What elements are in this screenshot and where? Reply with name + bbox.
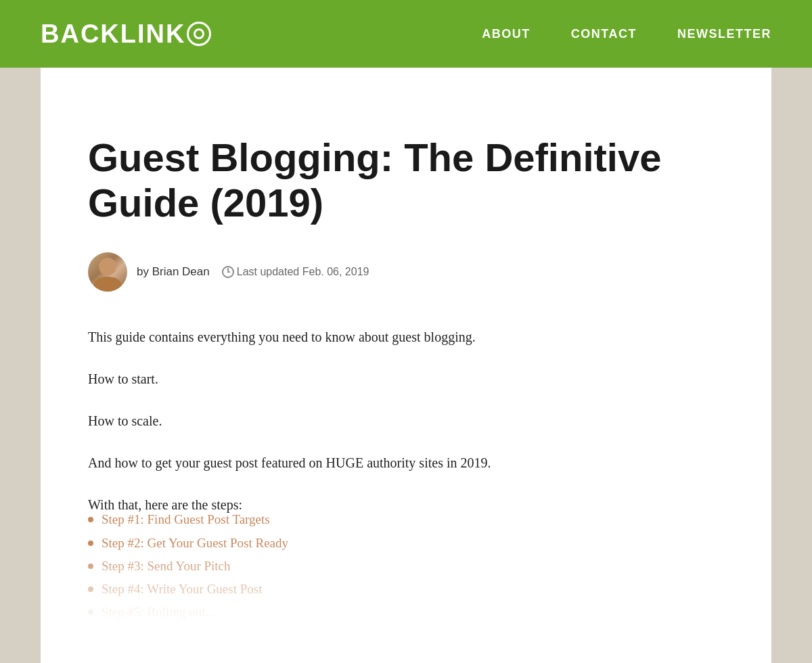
bullet-icon bbox=[88, 517, 93, 522]
steps-list: Step #1: Find Guest Post Targets Step #2… bbox=[88, 508, 724, 624]
bullet-icon bbox=[88, 610, 93, 615]
avatar bbox=[88, 252, 127, 292]
intro-para-2: How to start. bbox=[88, 367, 724, 390]
step-1-link[interactable]: Step #1: Find Guest Post Targets bbox=[102, 508, 270, 531]
list-item[interactable]: Step #4: Write Your Guest Post bbox=[88, 578, 724, 601]
intro-para-3: How to scale. bbox=[88, 409, 724, 432]
last-updated-text: Last updated Feb. 06, 2019 bbox=[237, 266, 369, 278]
site-header: BACKLINK ABOUT CONTACT NEWSLETTER bbox=[0, 0, 812, 68]
nav-newsletter[interactable]: NEWSLETTER bbox=[677, 27, 771, 41]
article-body: This guide contains everything you need … bbox=[88, 325, 724, 624]
intro-para-4: And how to get your guest post featured … bbox=[88, 451, 724, 474]
article-title: Guest Blogging: The Definitive Guide (20… bbox=[88, 135, 724, 225]
bullet-icon bbox=[88, 564, 93, 569]
logo-text: BACKLINK bbox=[41, 20, 185, 49]
content-card: Guest Blogging: The Definitive Guide (20… bbox=[41, 68, 771, 663]
list-item[interactable]: Step #2: Get Your Guest Post Ready bbox=[88, 532, 724, 555]
nav-contact[interactable]: CONTACT bbox=[571, 27, 637, 41]
last-updated: Last updated Feb. 06, 2019 bbox=[222, 266, 369, 278]
bullet-icon bbox=[88, 541, 93, 546]
nav-about[interactable]: ABOUT bbox=[482, 27, 531, 41]
list-item[interactable]: Step #1: Find Guest Post Targets bbox=[88, 508, 724, 531]
main-nav: ABOUT CONTACT NEWSLETTER bbox=[482, 27, 771, 41]
logo-icon bbox=[187, 22, 211, 46]
step-5-link[interactable]: Step #5: Rolling out... bbox=[102, 601, 215, 624]
step-2-link[interactable]: Step #2: Get Your Guest Post Ready bbox=[102, 532, 288, 555]
list-item[interactable]: Step #3: Send Your Pitch bbox=[88, 555, 724, 578]
step-3-link[interactable]: Step #3: Send Your Pitch bbox=[102, 555, 231, 578]
intro-para-1: This guide contains everything you need … bbox=[88, 325, 724, 348]
list-item[interactable]: Step #5: Rolling out... bbox=[88, 601, 724, 624]
page-wrapper: Guest Blogging: The Definitive Guide (20… bbox=[0, 68, 812, 663]
author-info: by Brian Dean Last updated Feb. 06, 2019 bbox=[137, 265, 369, 279]
site-logo[interactable]: BACKLINK bbox=[41, 20, 211, 49]
bullet-icon bbox=[88, 587, 93, 592]
author-row: by Brian Dean Last updated Feb. 06, 2019 bbox=[88, 252, 724, 292]
steps-container: Step #1: Find Guest Post Targets Step #2… bbox=[88, 508, 724, 624]
avatar-body bbox=[94, 277, 121, 292]
author-name: by Brian Dean bbox=[137, 265, 210, 279]
avatar-face bbox=[99, 258, 116, 275]
step-4-link[interactable]: Step #4: Write Your Guest Post bbox=[102, 578, 262, 601]
clock-icon bbox=[222, 266, 234, 278]
